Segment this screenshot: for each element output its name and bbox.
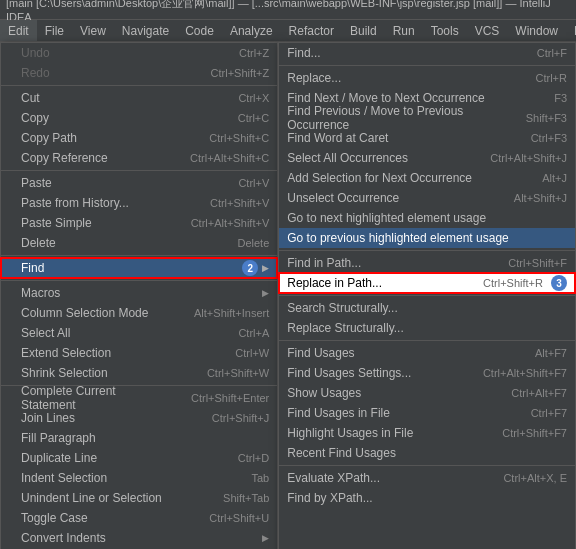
submenu-sep-3 — [279, 295, 575, 296]
menu-analyze[interactable]: Analyze — [222, 20, 281, 41]
menu-item-complete-statement[interactable]: Complete Current Statement Ctrl+Shift+En… — [1, 388, 277, 408]
submenu-sep-5 — [279, 465, 575, 466]
separator-1 — [1, 85, 277, 86]
submenu-find-word[interactable]: Find Word at Caret Ctrl+F3 — [279, 128, 575, 148]
menu-help[interactable]: Help — [566, 20, 576, 41]
menu-item-shrink-selection[interactable]: Shrink Selection Ctrl+Shift+W — [1, 363, 277, 383]
menu-file[interactable]: File — [37, 20, 72, 41]
menu-item-convert-indents[interactable]: Convert Indents — [1, 528, 277, 548]
menu-item-toggle-case[interactable]: Toggle Case Ctrl+Shift+U — [1, 508, 277, 528]
menu-item-extend-selection[interactable]: Extend Selection Ctrl+W — [1, 343, 277, 363]
menu-item-find[interactable]: Find 2 ▶ — [1, 258, 277, 278]
submenu-show-usages[interactable]: Show Usages Ctrl+Alt+F7 — [279, 383, 575, 403]
submenu-find-usages[interactable]: Find Usages Alt+F7 — [279, 343, 575, 363]
menu-item-macros[interactable]: Macros — [1, 283, 277, 303]
separator-4 — [1, 280, 277, 281]
menu-item-copy-path[interactable]: Copy Path Ctrl+Shift+C — [1, 128, 277, 148]
submenu-sep-2 — [279, 250, 575, 251]
submenu-find[interactable]: Find... Ctrl+F — [279, 43, 575, 63]
menu-item-redo[interactable]: Redo Ctrl+Shift+Z — [1, 63, 277, 83]
menu-item-fill-paragraph[interactable]: Fill Paragraph — [1, 428, 277, 448]
edit-menu: Undo Ctrl+Z Redo Ctrl+Shift+Z Cut Ctrl+X… — [0, 42, 278, 549]
menu-item-cut[interactable]: Cut Ctrl+X — [1, 88, 277, 108]
menu-view[interactable]: View — [72, 20, 114, 41]
submenu-search-structurally[interactable]: Search Structurally... — [279, 298, 575, 318]
replace-in-path-badge: 3 — [551, 275, 567, 291]
menu-item-join-lines[interactable]: Join Lines Ctrl+Shift+J — [1, 408, 277, 428]
menu-navigate[interactable]: Navigate — [114, 20, 177, 41]
menu-item-undo[interactable]: Undo Ctrl+Z — [1, 43, 277, 63]
submenu-go-next-usage[interactable]: Go to next highlighted element usage — [279, 208, 575, 228]
menu-item-select-all[interactable]: Select All Ctrl+A — [1, 323, 277, 343]
menu-item-copy-reference[interactable]: Copy Reference Ctrl+Alt+Shift+C — [1, 148, 277, 168]
menu-item-paste[interactable]: Paste Ctrl+V — [1, 173, 277, 193]
menu-item-unindent[interactable]: Unindent Line or Selection Shift+Tab — [1, 488, 277, 508]
submenu-find-prev[interactable]: Find Previous / Move to Previous Occurre… — [279, 108, 575, 128]
submenu-highlight-usages-file[interactable]: Highlight Usages in File Ctrl+Shift+F7 — [279, 423, 575, 443]
menu-refactor[interactable]: Refactor — [281, 20, 342, 41]
submenu-find-in-path[interactable]: Find in Path... Ctrl+Shift+F — [279, 253, 575, 273]
separator-2 — [1, 170, 277, 171]
submenu-find-by-xpath[interactable]: Find by XPath... — [279, 488, 575, 508]
submenu-replace-structurally[interactable]: Replace Structurally... — [279, 318, 575, 338]
submenu-replace[interactable]: Replace... Ctrl+R — [279, 68, 575, 88]
menu-item-column-selection[interactable]: Column Selection Mode Alt+Shift+Insert — [1, 303, 277, 323]
menu-window[interactable]: Window — [507, 20, 566, 41]
find-submenu: Find... Ctrl+F Replace... Ctrl+R Find Ne… — [278, 42, 576, 549]
submenu-replace-in-path[interactable]: Replace in Path... Ctrl+Shift+R 3 — [279, 273, 575, 293]
menu-build[interactable]: Build — [342, 20, 385, 41]
submenu-select-all-occ[interactable]: Select All Occurrences Ctrl+Alt+Shift+J — [279, 148, 575, 168]
menu-vcs[interactable]: VCS — [467, 20, 508, 41]
menu-item-paste-simple[interactable]: Paste Simple Ctrl+Alt+Shift+V — [1, 213, 277, 233]
menu-item-paste-history[interactable]: Paste from History... Ctrl+Shift+V — [1, 193, 277, 213]
menu-item-copy[interactable]: Copy Ctrl+C — [1, 108, 277, 128]
find-badge: 2 — [242, 260, 258, 276]
menu-code[interactable]: Code — [177, 20, 222, 41]
submenu-recent-find-usages[interactable]: Recent Find Usages — [279, 443, 575, 463]
menu-run[interactable]: Run — [385, 20, 423, 41]
submenu-unselect[interactable]: Unselect Occurrence Alt+Shift+J — [279, 188, 575, 208]
submenu-evaluate-xpath[interactable]: Evaluate XPath... Ctrl+Alt+X, E — [279, 468, 575, 488]
submenu-go-prev-usage[interactable]: Go to previous highlighted element usage — [279, 228, 575, 248]
submenu-find-usages-file[interactable]: Find Usages in File Ctrl+F7 — [279, 403, 575, 423]
separator-3 — [1, 255, 277, 256]
submenu-sep-4 — [279, 340, 575, 341]
find-arrow-icon: ▶ — [262, 263, 269, 273]
menu-item-indent-selection[interactable]: Indent Selection Tab — [1, 468, 277, 488]
menu-edit[interactable]: Edit — [0, 20, 37, 41]
menu-item-delete[interactable]: Delete Delete — [1, 233, 277, 253]
menu-bar: Edit File View Navigate Code Analyze Ref… — [0, 20, 576, 42]
submenu-sep-1 — [279, 65, 575, 66]
menu-item-duplicate-line[interactable]: Duplicate Line Ctrl+D — [1, 448, 277, 468]
submenu-add-selection-next[interactable]: Add Selection for Next Occurrence Alt+J — [279, 168, 575, 188]
title-bar: [main [C:\Users\admin\Desktop\企业官网\mail]… — [0, 0, 576, 20]
submenu-find-usages-settings[interactable]: Find Usages Settings... Ctrl+Alt+Shift+F… — [279, 363, 575, 383]
menus-container: Undo Ctrl+Z Redo Ctrl+Shift+Z Cut Ctrl+X… — [0, 42, 576, 549]
menu-tools[interactable]: Tools — [423, 20, 467, 41]
